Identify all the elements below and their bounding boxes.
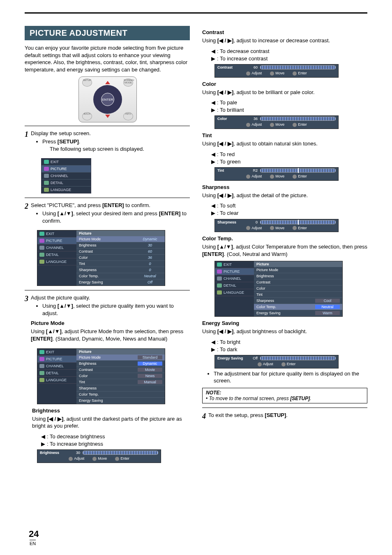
remote-enter-label: ENTER xyxy=(102,98,113,101)
step-2-text: Select "PICTURE", and press [ENTER] to c… xyxy=(31,202,150,208)
note-title: NOTE: xyxy=(206,390,364,396)
menu-header: Picture xyxy=(76,230,165,236)
step-2-number: 2 xyxy=(25,202,28,211)
step-2-bullet: Using [▲/▼], select your desired item an… xyxy=(42,210,190,224)
color-body: Using [◀ / ▶], adjust to be brilliant or… xyxy=(202,89,367,96)
energy-bright: : To bright xyxy=(211,339,367,346)
divider xyxy=(202,408,367,408)
step-3-number: 3 xyxy=(25,295,28,304)
brightness-decrease: : To decrease brightness xyxy=(41,433,190,440)
color-brilliant: : To brilliant xyxy=(211,106,367,114)
tint-body: Using [◀ / ▶], adjust to obtain natural … xyxy=(202,140,367,147)
picture-icon xyxy=(44,167,49,171)
divider xyxy=(25,290,190,290)
left-column: PICTURE ADJUSTMENT You can enjoy your fa… xyxy=(25,26,190,465)
nav-exit: EXIT xyxy=(51,160,59,164)
energy-dark: : To dark xyxy=(211,346,367,353)
language-icon xyxy=(44,188,49,192)
color-heading: Color xyxy=(202,81,367,87)
nav-detail: DETAIL xyxy=(51,181,63,185)
brightness-body: Using [◀ / ▶], adjust until the darkest … xyxy=(32,415,190,430)
tint-red: : To red xyxy=(211,151,367,158)
tint-heading: Tint xyxy=(202,132,367,138)
picture-mode-heading: Picture Mode xyxy=(31,320,190,326)
remote-illustration: SETUP SCREEN MODE BACK INFO ENTER xyxy=(78,76,136,122)
right-column: Contrast Using [◀ / ▶], adjust to increa… xyxy=(202,26,367,465)
picture-mode-body: Using [▲/▼], adjust Picture Mode from th… xyxy=(31,328,190,342)
remote-down-arrow xyxy=(105,115,110,118)
remote-screenmode-button: SCREEN MODE xyxy=(123,78,133,87)
sharpness-heading: Sharpness xyxy=(202,184,367,190)
picture-mode-options-menu: EXIT PICTURE CHANNEL DETAIL LANGUAGE Pic… xyxy=(37,348,165,404)
note-body: • To move to the normal screen, press [S… xyxy=(206,396,364,401)
nav-picture: PICTURE xyxy=(51,167,67,171)
step-1-bullet: Press [SETUP]. The following setup scree… xyxy=(42,138,190,152)
detail-icon xyxy=(44,181,49,185)
note-box: NOTE: • To move to the normal screen, pr… xyxy=(202,388,367,403)
sharpness-slider: Sharpness 0 Adjust Move Enter xyxy=(214,219,339,233)
exit-icon xyxy=(44,160,49,164)
colortemp-body: Using [▲/▼], adjust Color Temperature fr… xyxy=(202,243,367,258)
energy-heading: Energy Saving xyxy=(202,320,367,326)
channel-icon xyxy=(44,174,49,178)
step-1-number: 1 xyxy=(25,130,28,139)
colortemp-heading: Color Temp. xyxy=(202,235,367,242)
remote-info-button: INFO xyxy=(123,112,133,120)
step-4-text: To exit the setup, press [SETUP]. xyxy=(208,412,367,418)
picture-menu-values: EXIT PICTURE CHANNEL DETAIL LANGUAGE Pic… xyxy=(37,230,165,286)
contrast-increase: : To increase contrast xyxy=(211,55,367,62)
remote-setup-button: SETUP xyxy=(82,78,92,87)
contrast-decrease: : To decrease contrast xyxy=(211,48,367,55)
color-pale: : To pale xyxy=(211,99,367,106)
setup-nav-menu: EXIT PICTURE CHANNEL DETAIL LANGUAGE xyxy=(41,158,91,193)
nav-channel: CHANNEL xyxy=(51,174,68,178)
step-1-text: Display the setup screen. xyxy=(31,130,91,136)
tint-slider: Tint R2 Adjust Move Enter xyxy=(214,167,339,181)
remote-back-button: BACK xyxy=(82,112,92,120)
sharpness-clear: : To clear xyxy=(211,210,367,217)
step-1-subtext: The following setup screen is displayed. xyxy=(50,145,190,153)
brightness-slider: Brightness 30 Adjust Move Enter xyxy=(37,449,161,463)
nav-language: LANGUAGE xyxy=(51,188,71,192)
divider xyxy=(25,198,190,198)
colortemp-options-menu: EXIT PICTURE CHANNEL DETAIL LANGUAGE Pic… xyxy=(214,261,343,317)
energy-slider: Energy Saving Off Adjust Enter xyxy=(214,355,339,368)
color-slider: Color 36 Adjust Move Enter xyxy=(214,115,339,129)
step-4-number: 4 xyxy=(202,412,206,421)
divider xyxy=(25,126,190,126)
energy-body: Using [◀ / ▶], adjust brightness of back… xyxy=(202,328,367,335)
sharpness-soft: : To soft xyxy=(211,202,367,210)
contrast-body: Using [◀ / ▶], adjust to increase or dec… xyxy=(202,37,367,44)
remote-up-arrow xyxy=(105,81,110,84)
adjustment-bar-note: The adjustment bar for picture quality i… xyxy=(214,370,367,385)
sharpness-body: Using [◀ / ▶], adjust the detail of the … xyxy=(202,192,367,199)
contrast-slider: Contrast 60 Adjust Move Enter xyxy=(214,64,339,78)
tint-green: : To green xyxy=(211,158,367,166)
brightness-increase: : To increase brightness xyxy=(41,440,190,448)
page-number: 24 EN xyxy=(29,529,39,547)
step-3-text: Adjust the picture quality. xyxy=(31,295,90,301)
remote-dpad: ENTER xyxy=(93,85,122,114)
contrast-heading: Contrast xyxy=(202,29,367,35)
intro-text: You can enjoy your favorite picture mode… xyxy=(25,44,190,73)
top-rule xyxy=(25,12,367,14)
step-3-bullet: Using [▲/▼], select the picture quality … xyxy=(42,302,190,317)
section-title: PICTURE ADJUSTMENT xyxy=(25,26,190,40)
brightness-heading: Brightness xyxy=(32,408,190,414)
